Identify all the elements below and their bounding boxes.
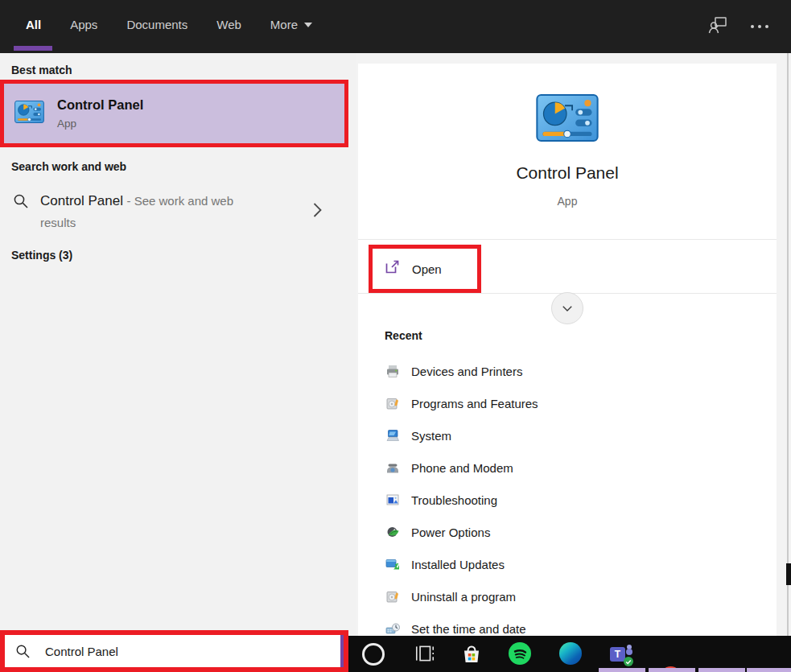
active-tab-indicator [14, 46, 52, 51]
task-view-icon[interactable] [414, 642, 438, 666]
spotify-icon[interactable] [509, 642, 533, 666]
windows-search-screen: All Apps Documents Web More Best match [0, 0, 791, 672]
recent-item-installed-updates[interactable]: Installed Updates [358, 548, 777, 580]
recent-item-system[interactable]: System [358, 419, 777, 451]
best-match-header: Best match [11, 64, 72, 76]
chevron-down-icon [560, 301, 575, 315]
running-app-indicator [698, 668, 745, 672]
recent-item-uninstall-a-program[interactable]: Uninstall a program [358, 580, 777, 612]
taskbar-search-input[interactable] [43, 644, 344, 659]
scrollbar-thumb[interactable] [786, 563, 791, 585]
annotation-red-box-best-match: Control Panel App [0, 80, 348, 147]
cortana-icon[interactable] [361, 642, 385, 666]
running-app-indicator [599, 668, 645, 672]
filter-tabs: All Apps Documents Web More [26, 18, 312, 31]
annotation-red-box-open: Open [369, 245, 481, 293]
teams-icon[interactable]: T [609, 642, 633, 666]
divider [358, 239, 777, 240]
recent-item-power-options[interactable]: Power Options [358, 516, 777, 548]
clock-icon [385, 620, 401, 636]
best-match-result[interactable]: Control Panel App [4, 84, 344, 143]
search-web-header: Search work and web [11, 160, 126, 173]
printer-icon [385, 363, 401, 379]
updates-icon [385, 556, 401, 572]
open-button[interactable]: Open [373, 249, 477, 289]
edge-icon[interactable] [559, 642, 583, 666]
tab-web[interactable]: Web [216, 18, 241, 31]
tab-more[interactable]: More [270, 18, 312, 31]
troubleshooting-icon [385, 492, 401, 508]
tab-apps[interactable]: Apps [70, 18, 97, 31]
microsoft-store-icon[interactable] [459, 642, 484, 666]
best-match-type: App [57, 117, 143, 130]
app-preview-card: Control Panel App Open [358, 64, 777, 636]
search-filter-bar: All Apps Documents Web More [0, 0, 791, 53]
settings-header: Settings (3) [11, 249, 72, 262]
recent-item-phone-and-modem[interactable]: Phone and Modem [358, 451, 777, 484]
program-box-icon [385, 588, 401, 604]
search-icon [13, 193, 29, 212]
annotation-red-box-search [0, 630, 348, 672]
running-app-indicator [747, 668, 791, 672]
open-label: Open [412, 262, 442, 276]
tab-all[interactable]: All [26, 18, 41, 31]
recent-list: Devices and Printers Programs and Featur… [358, 355, 777, 636]
teams-status-badge [624, 657, 633, 666]
control-panel-icon [14, 101, 44, 126]
recent-item-programs-and-features[interactable]: Programs and Features [358, 387, 777, 419]
preview-app-type: App [358, 195, 777, 208]
web-query: Control Panel [40, 193, 123, 208]
phone-icon [385, 460, 401, 476]
preview-app-title: Control Panel [358, 163, 777, 183]
search-results-pane: Best match [0, 53, 356, 636]
tab-documents[interactable]: Documents [126, 18, 187, 31]
feedback-icon[interactable] [707, 14, 728, 39]
ellipsis-menu-icon[interactable] [751, 25, 768, 28]
power-icon [385, 524, 401, 540]
recent-item-devices-and-printers[interactable]: Devices and Printers [358, 355, 777, 387]
recent-item-set-the-time-and-date[interactable]: Set the time and date [358, 612, 777, 636]
preview-pane: Control Panel App Open [356, 53, 791, 636]
open-external-icon [384, 259, 400, 278]
chevron-down-icon [304, 23, 312, 27]
computer-icon [385, 427, 401, 443]
recent-item-troubleshooting[interactable]: Troubleshooting [358, 484, 777, 516]
search-icon [15, 644, 31, 659]
running-app-indicator [649, 668, 695, 672]
recent-header: Recent [385, 329, 422, 342]
scrollbar-track[interactable] [787, 53, 789, 636]
expand-collapse-button[interactable] [551, 292, 583, 324]
control-panel-icon-large [536, 94, 599, 145]
web-search-result[interactable]: Control Panel - See work and web results [0, 183, 356, 237]
search-box-accent-edge [340, 635, 344, 667]
program-box-icon [385, 395, 401, 411]
best-match-title: Control Panel [57, 97, 143, 113]
chevron-right-icon [312, 202, 323, 221]
